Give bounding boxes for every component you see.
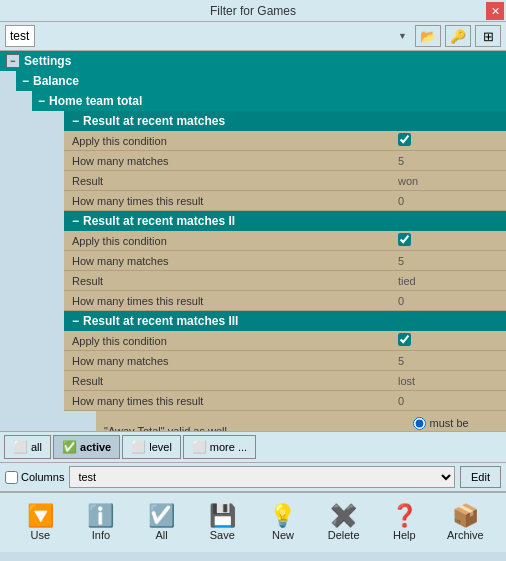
away-total-label: "Away Total" valid as well bbox=[104, 425, 409, 432]
info-icon: ℹ️ bbox=[87, 505, 114, 527]
checkbox-g3-1[interactable] bbox=[398, 333, 411, 346]
columns-select[interactable]: test bbox=[69, 466, 455, 488]
tab-level-icon: ⬜ bbox=[131, 440, 146, 454]
group-1: − Result at recent matches Apply this co… bbox=[32, 111, 506, 211]
delete-label: Delete bbox=[328, 529, 360, 541]
tab-level[interactable]: ⬜ level bbox=[122, 435, 181, 459]
label-g1-4: How many times this result bbox=[72, 195, 398, 207]
value-g3-4: 0 bbox=[398, 395, 498, 407]
archive-label: Archive bbox=[447, 529, 484, 541]
radio-must-be-input[interactable] bbox=[413, 417, 426, 430]
row-g1-2: How many matches 5 bbox=[64, 151, 506, 171]
group-3-collapse-btn[interactable]: − bbox=[72, 314, 79, 328]
balance-collapse-btn[interactable]: − bbox=[22, 74, 29, 88]
group-3-conditions: Apply this condition How many matches 5 … bbox=[64, 331, 506, 431]
tool-help[interactable]: ❓ Help bbox=[386, 505, 422, 541]
label-g3-2: How many matches bbox=[72, 355, 398, 367]
group-1-collapse-btn[interactable]: − bbox=[72, 114, 79, 128]
settings-label: Settings bbox=[24, 54, 71, 68]
tool-use[interactable]: 🔽 Use bbox=[22, 505, 58, 541]
row-g1-4: How many times this result 0 bbox=[64, 191, 506, 211]
label-g3-1: Apply this condition bbox=[72, 335, 398, 347]
row-g2-2: How many matches 5 bbox=[64, 251, 506, 271]
filter-dropdown[interactable]: test bbox=[5, 25, 35, 47]
row-g3-4: How many times this result 0 bbox=[64, 391, 506, 411]
tab-more[interactable]: ⬜ more ... bbox=[183, 435, 256, 459]
all-label: All bbox=[156, 529, 168, 541]
home-team-total-header: − Home team total bbox=[32, 91, 506, 111]
edit-button[interactable]: Edit bbox=[460, 466, 501, 488]
bottom-tabs: ⬜ all ✅ active ⬜ level ⬜ more ... bbox=[0, 431, 506, 463]
value-g2-3: tied bbox=[398, 275, 498, 287]
tool-delete[interactable]: ✖️ Delete bbox=[326, 505, 362, 541]
window-title: Filter for Games bbox=[210, 4, 296, 18]
home-team-total-label: Home team total bbox=[49, 94, 142, 108]
settings-header: − Settings bbox=[0, 51, 506, 71]
archive-icon: 📦 bbox=[452, 505, 479, 527]
columns-text: Columns bbox=[21, 471, 64, 483]
folder-icon-button[interactable]: 📂 bbox=[415, 25, 441, 47]
row-g3-1: Apply this condition bbox=[64, 331, 506, 351]
tool-info[interactable]: ℹ️ Info bbox=[83, 505, 119, 541]
columns-checkbox[interactable] bbox=[5, 471, 18, 484]
delete-icon: ✖️ bbox=[330, 505, 357, 527]
value-g3-1 bbox=[398, 333, 498, 348]
value-g3-2: 5 bbox=[398, 355, 498, 367]
main-content: − Settings − Balance − Home team total −… bbox=[0, 51, 506, 431]
label-g2-4: How many times this result bbox=[72, 295, 398, 307]
row-g3-3: Result lost bbox=[64, 371, 506, 391]
group-2-label: Result at recent matches II bbox=[83, 214, 235, 228]
tool-archive[interactable]: 📦 Archive bbox=[447, 505, 484, 541]
checkbox-g2-1[interactable] bbox=[398, 233, 411, 246]
group-2-conditions: Apply this condition How many matches 5 … bbox=[64, 231, 506, 311]
tab-active-label: active bbox=[80, 441, 111, 453]
bottom-toolbar: 🔽 Use ℹ️ Info ☑️ All 💾 Save 💡 New ✖️ Del… bbox=[0, 492, 506, 552]
group-1-header: − Result at recent matches bbox=[64, 111, 506, 131]
tab-more-label: more ... bbox=[210, 441, 247, 453]
value-g1-2: 5 bbox=[398, 155, 498, 167]
balance-label: Balance bbox=[33, 74, 79, 88]
new-icon: 💡 bbox=[269, 505, 296, 527]
help-label: Help bbox=[393, 529, 416, 541]
columns-label[interactable]: Columns bbox=[5, 471, 64, 484]
tool-save[interactable]: 💾 Save bbox=[204, 505, 240, 541]
tab-all-icon: ⬜ bbox=[13, 440, 28, 454]
row-g3-2: How many matches 5 bbox=[64, 351, 506, 371]
group-2-collapse-btn[interactable]: − bbox=[72, 214, 79, 228]
home-team-total-collapse-btn[interactable]: − bbox=[38, 94, 45, 108]
group-2: − Result at recent matches II Apply this… bbox=[32, 211, 506, 311]
checkbox-g1-1[interactable] bbox=[398, 133, 411, 146]
group-2-header: − Result at recent matches II bbox=[64, 211, 506, 231]
tab-all[interactable]: ⬜ all bbox=[4, 435, 51, 459]
group-1-conditions: Apply this condition How many matches 5 … bbox=[64, 131, 506, 211]
tool-all[interactable]: ☑️ All bbox=[144, 505, 180, 541]
help-icon: ❓ bbox=[391, 505, 418, 527]
key-icon-button[interactable]: 🔑 bbox=[445, 25, 471, 47]
value-g2-4: 0 bbox=[398, 295, 498, 307]
tab-active[interactable]: ✅ active bbox=[53, 435, 120, 459]
tool-new[interactable]: 💡 New bbox=[265, 505, 301, 541]
radio-must-be-label: must be bbox=[430, 417, 469, 429]
row-g1-3: Result won bbox=[64, 171, 506, 191]
use-icon: 🔽 bbox=[27, 505, 54, 527]
value-g1-4: 0 bbox=[398, 195, 498, 207]
settings-icon-button[interactable]: ⊞ bbox=[475, 25, 501, 47]
title-bar: Filter for Games ✕ bbox=[0, 0, 506, 22]
row-g2-4: How many times this result 0 bbox=[64, 291, 506, 311]
label-g3-4: How many times this result bbox=[72, 395, 398, 407]
settings-collapse-btn[interactable]: − bbox=[6, 54, 20, 68]
value-g3-3: lost bbox=[398, 375, 498, 387]
filter-dropdown-wrapper: test bbox=[5, 25, 411, 47]
label-g3-3: Result bbox=[72, 375, 398, 387]
close-button[interactable]: ✕ bbox=[486, 2, 504, 20]
all-icon: ☑️ bbox=[148, 505, 175, 527]
away-total-row: "Away Total" valid as well must be not n… bbox=[96, 411, 506, 431]
value-g1-3: won bbox=[398, 175, 498, 187]
columns-row: Columns test Edit bbox=[0, 463, 506, 492]
radio-must-be[interactable]: must be bbox=[413, 417, 498, 430]
save-label: Save bbox=[210, 529, 235, 541]
value-g2-2: 5 bbox=[398, 255, 498, 267]
group-3-label: Result at recent matches III bbox=[83, 314, 238, 328]
new-label: New bbox=[272, 529, 294, 541]
label-g1-1: Apply this condition bbox=[72, 135, 398, 147]
